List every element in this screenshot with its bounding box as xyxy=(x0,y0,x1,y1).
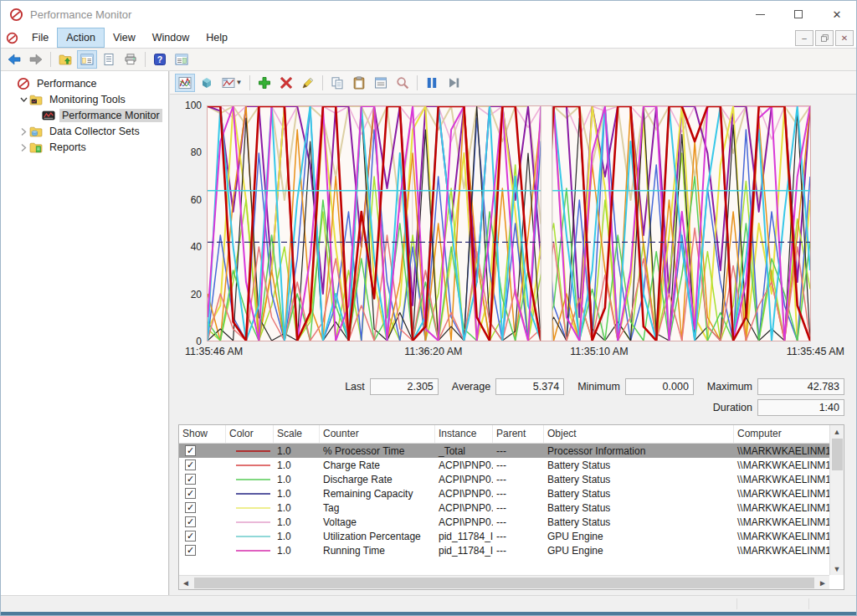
sidebar-item-data-collector-sets[interactable]: Data Collector Sets xyxy=(1,123,168,139)
vertical-scrollbar[interactable]: ▲ ▼ xyxy=(829,425,844,575)
maximum-value: 42.783 xyxy=(757,378,844,395)
horizontal-scrollbar[interactable]: ◄ ► xyxy=(179,575,829,589)
sidebar-item-monitoring-tools[interactable]: Monitoring Tools xyxy=(1,91,168,107)
color-cell xyxy=(226,543,274,557)
menu-window[interactable]: Window xyxy=(144,28,198,48)
step-button[interactable] xyxy=(444,74,464,92)
minimize-button[interactable] xyxy=(741,1,779,28)
highlight-button[interactable] xyxy=(298,74,318,92)
counter-row[interactable]: ✓1.0Utilization Percentagepid_11784_I...… xyxy=(179,529,844,543)
color-swatch xyxy=(236,550,270,552)
zoom-button[interactable] xyxy=(393,74,413,92)
zoom-icon xyxy=(396,76,409,90)
show-checkbox[interactable]: ✓ xyxy=(185,516,196,527)
expander-closed-icon[interactable] xyxy=(18,141,29,153)
sidebar-item-performance-monitor[interactable]: Performance Monitor xyxy=(1,107,168,123)
menu-action[interactable]: Action xyxy=(57,28,105,48)
show-checkbox[interactable]: ✓ xyxy=(185,531,196,542)
column-header-show[interactable]: Show xyxy=(179,425,226,443)
vertical-scroll-thumb[interactable] xyxy=(832,439,843,470)
y-tick-label: 100 xyxy=(185,100,202,111)
show-checkbox[interactable]: ✓ xyxy=(185,545,196,556)
color-swatch xyxy=(236,507,270,509)
delete-button[interactable] xyxy=(276,74,296,92)
object-cell: GPU Engine xyxy=(544,529,734,543)
current-activity-icon xyxy=(178,76,192,90)
log-data-button[interactable] xyxy=(197,74,217,92)
minimum-label: Minimum xyxy=(577,381,620,393)
expander-closed-icon[interactable] xyxy=(18,126,29,137)
column-header-object[interactable]: Object xyxy=(544,425,734,443)
horizontal-scroll-thumb[interactable] xyxy=(194,578,814,588)
maximize-button[interactable] xyxy=(779,1,818,28)
counter-row[interactable]: ✓1.0Remaining CapacityACPI\PNP0...---Bat… xyxy=(179,486,844,501)
sidebar-item-reports[interactable]: Reports xyxy=(1,139,168,155)
column-header-instance[interactable]: Instance xyxy=(435,425,493,443)
counter-row[interactable]: ✓1.0Running Timepid_11784_I...---GPU Eng… xyxy=(179,543,844,557)
child-restore-button[interactable] xyxy=(815,30,834,46)
column-header-computer[interactable]: Computer xyxy=(734,425,844,443)
counter-row[interactable]: ✓1.0VoltageACPI\PNP0...---Battery Status… xyxy=(179,515,844,529)
scale-cell: 1.0 xyxy=(274,529,320,543)
pause-button[interactable] xyxy=(422,74,442,92)
average-value: 5.374 xyxy=(495,378,564,395)
show-checkbox[interactable]: ✓ xyxy=(185,445,196,456)
column-header-color[interactable]: Color xyxy=(226,425,274,443)
scale-cell: 1.0 xyxy=(274,501,320,515)
duration-value: 1:40 xyxy=(757,399,844,416)
show-checkbox[interactable]: ✓ xyxy=(185,474,196,485)
chart-zone: 100806040200 11:35:46 AM 11:36:20 AM 11:… xyxy=(170,95,856,375)
show-checkbox[interactable]: ✓ xyxy=(185,502,196,513)
graph-type-button[interactable]: ▼ xyxy=(218,74,245,92)
object-cell: GPU Engine xyxy=(544,543,734,557)
menu-help[interactable]: Help xyxy=(198,28,236,48)
scale-cell: 1.0 xyxy=(274,472,320,486)
forward-button[interactable] xyxy=(26,50,46,69)
sidebar-item-label: Monitoring Tools xyxy=(47,93,128,106)
show-cell: ✓ xyxy=(179,501,226,515)
printer-button[interactable] xyxy=(121,50,141,69)
counter-cell: Remaining Capacity xyxy=(320,486,435,501)
add-button[interactable] xyxy=(254,74,275,92)
child-close-button[interactable]: ✕ xyxy=(835,30,854,46)
counter-row[interactable]: ✓1.0Discharge RateACPI\PNP0...---Battery… xyxy=(179,472,844,486)
folder-up-button[interactable] xyxy=(55,50,75,69)
paste-button[interactable] xyxy=(349,74,369,92)
sidebar-item-label: Data Collector Sets xyxy=(47,125,142,138)
properties-button[interactable] xyxy=(371,74,391,92)
column-header-counter[interactable]: Counter xyxy=(320,425,435,443)
menu-view[interactable]: View xyxy=(105,28,144,48)
counter-row[interactable]: ✓1.0TagACPI\PNP0...---Battery Status\\MA… xyxy=(179,501,844,515)
sidebar-item-performance[interactable]: Performance xyxy=(1,75,168,91)
minimize-icon xyxy=(756,14,765,15)
color-cell xyxy=(226,529,274,543)
close-button[interactable]: ✕ xyxy=(818,1,856,28)
export-list-button[interactable] xyxy=(99,50,119,69)
show-checkbox[interactable]: ✓ xyxy=(185,488,196,499)
scroll-right-icon[interactable]: ► xyxy=(816,578,829,588)
show-cell: ✓ xyxy=(179,458,226,472)
counter-row[interactable]: ✓1.0% Processor Time_Total---Processor I… xyxy=(179,444,844,458)
performance-monitor-pane: ▼ 100806040200 11:35:46 AM 11:36:20 AM 1… xyxy=(169,71,856,595)
object-cell: Processor Information xyxy=(544,444,734,458)
copy-button[interactable] xyxy=(327,74,347,92)
back-button[interactable] xyxy=(4,50,24,69)
column-header-scale[interactable]: Scale xyxy=(274,425,320,443)
scroll-down-icon[interactable]: ▼ xyxy=(830,562,844,575)
action-pane-button[interactable] xyxy=(172,50,192,69)
child-minimize-button[interactable]: – xyxy=(795,30,813,46)
console-tree-button[interactable] xyxy=(77,50,97,69)
scroll-left-icon[interactable]: ◄ xyxy=(179,578,192,588)
column-header-parent[interactable]: Parent xyxy=(493,425,544,443)
menu-file[interactable]: File xyxy=(23,28,57,48)
x-axis: 11:35:46 AM 11:36:20 AM 11:35:10 AM 11:3… xyxy=(207,346,844,361)
show-checkbox[interactable]: ✓ xyxy=(185,459,196,470)
current-activity-button[interactable] xyxy=(175,74,195,92)
scroll-up-icon[interactable]: ▲ xyxy=(830,425,844,438)
show-cell: ✓ xyxy=(179,515,226,529)
show-cell: ✓ xyxy=(179,486,226,501)
expander-open-icon[interactable] xyxy=(18,94,29,105)
help-button[interactable]: ? xyxy=(150,50,170,69)
counter-row[interactable]: ✓1.0Charge RateACPI\PNP0...---Battery St… xyxy=(179,458,844,472)
line-chart-plot[interactable] xyxy=(207,105,811,341)
